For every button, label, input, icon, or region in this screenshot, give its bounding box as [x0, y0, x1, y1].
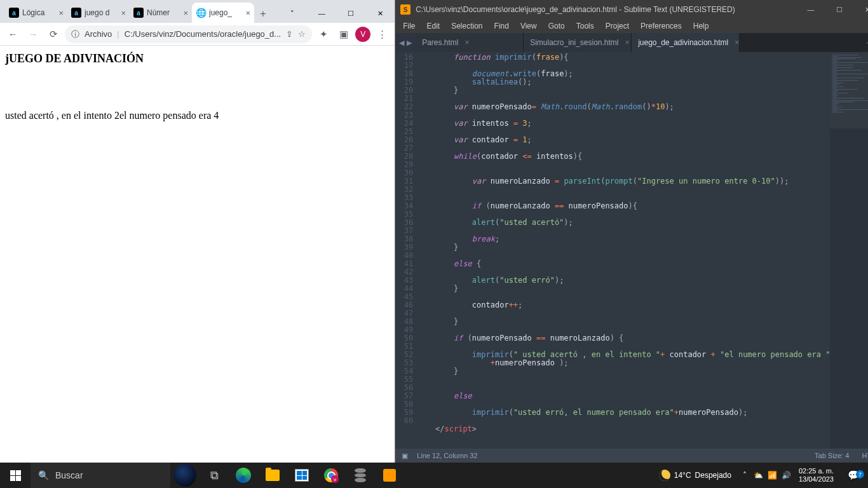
- store-icon: [295, 469, 309, 482]
- reload-button[interactable]: ⟳: [44, 25, 62, 43]
- edge-button[interactable]: [229, 463, 258, 488]
- explorer-button[interactable]: [258, 463, 287, 488]
- database-icon: [355, 468, 366, 482]
- close-icon[interactable]: ×: [625, 38, 630, 47]
- search-icon: 🔍: [38, 470, 49, 480]
- system-tray: 14°C Despejado ˄ ⛅ 📶 🔊 02:25 a. m. 13/04…: [653, 463, 868, 488]
- start-button[interactable]: [0, 463, 31, 488]
- url-prefix: Archivo: [85, 29, 112, 39]
- menu-view[interactable]: View: [515, 20, 542, 32]
- new-tab-button[interactable]: +: [254, 5, 272, 23]
- minimap[interactable]: [830, 52, 868, 449]
- tab-next-icon[interactable]: ▶: [407, 39, 412, 47]
- close-button[interactable]: ✕: [365, 4, 395, 23]
- side-panel-button[interactable]: ▣: [335, 25, 353, 43]
- file-tab-juego[interactable]: juego_de_adivinacion.html×: [632, 33, 740, 52]
- page-text: usted acertó , en el intento 2el numero …: [5, 110, 390, 121]
- favicon-a-icon: a: [133, 8, 144, 18]
- status-cursor: Line 12, Column 32: [417, 452, 477, 459]
- sublime-tabbar: ◀ ▶ Pares.html× Simulacro_ini_sesion.htm…: [395, 33, 868, 52]
- avatar[interactable]: V: [355, 27, 370, 42]
- menu-button[interactable]: ⋮: [373, 25, 391, 43]
- tab-title: Númer: [147, 8, 180, 17]
- file-tab-simulacro[interactable]: Simulacro_ini_sesion.html×: [524, 33, 632, 52]
- page-title: jUEGO DE ADIVINACIÓN: [5, 52, 390, 65]
- chrome-button[interactable]: v: [316, 463, 346, 488]
- close-button[interactable]: ✕: [853, 0, 868, 19]
- menu-edit[interactable]: Edit: [421, 20, 445, 32]
- weather-widget[interactable]: 14°C Despejado: [653, 470, 738, 481]
- minimize-button[interactable]: —: [796, 0, 825, 19]
- chrome-titlebar: aLógica× ajuego d× aNúmer× 🌐juego_× + ˅ …: [0, 0, 395, 23]
- search-box[interactable]: 🔍Buscar: [31, 463, 170, 488]
- menu-project[interactable]: Project: [600, 20, 634, 32]
- date: 13/04/2023: [799, 475, 834, 484]
- chrome-tab-1[interactable]: ajuego d×: [67, 3, 130, 23]
- close-icon[interactable]: ×: [735, 38, 739, 47]
- sublime-titlebar: S C:\Users\vinz\Documents\oracle\juego_d…: [395, 0, 868, 19]
- tab-prev-icon[interactable]: ◀: [399, 39, 404, 47]
- close-icon[interactable]: ×: [121, 8, 126, 18]
- edge-icon: [236, 468, 251, 483]
- menu-preferences[interactable]: Preferences: [635, 20, 687, 32]
- info-icon: ⓘ: [71, 29, 79, 40]
- chrome-tab-2[interactable]: aNúmer×: [130, 3, 192, 23]
- close-icon[interactable]: ×: [58, 8, 64, 18]
- volume-icon[interactable]: 🔊: [780, 471, 794, 480]
- panel-switcher-icon[interactable]: ▣: [402, 452, 408, 460]
- editor[interactable]: 16 17 18 19 20 21 22 23 24 25 26 27 28 2…: [395, 52, 868, 449]
- chrome-tab-0[interactable]: aLógica×: [5, 3, 67, 23]
- menu-file[interactable]: File: [398, 20, 420, 32]
- close-icon[interactable]: ×: [183, 8, 188, 18]
- windows-icon: [10, 470, 21, 481]
- chrome-icon: v: [324, 468, 338, 482]
- menu-find[interactable]: Find: [489, 20, 514, 32]
- minimize-button[interactable]: —: [307, 4, 336, 23]
- weather-temp: 14°C: [674, 471, 691, 480]
- db-button[interactable]: [346, 463, 375, 488]
- star-icon[interactable]: ☆: [298, 29, 306, 39]
- code-area[interactable]: function imprimir(frase){ document.write…: [417, 52, 830, 449]
- maximize-button[interactable]: ☐: [336, 4, 365, 23]
- tab-label: juego_de_adivinacion.html: [638, 38, 728, 47]
- back-button[interactable]: ←: [4, 25, 22, 43]
- taskbar: 🔍Buscar ⧉ v 14°C Despejado ˄ ⛅ 📶 🔊 02:25…: [0, 463, 868, 488]
- sublime-logo-icon: S: [400, 4, 410, 15]
- share-icon[interactable]: ⇪: [286, 29, 293, 39]
- chrome-tabs: aLógica× ajuego d× aNúmer× 🌐juego_× +: [0, 1, 272, 23]
- tab-label: Pares.html: [422, 38, 458, 47]
- forward-button[interactable]: →: [24, 25, 42, 43]
- extensions-button[interactable]: ✦: [315, 25, 332, 43]
- menu-tools[interactable]: Tools: [571, 20, 599, 32]
- close-icon[interactable]: ×: [465, 38, 470, 47]
- chevron-down-icon[interactable]: ˅: [278, 4, 307, 23]
- onedrive-icon[interactable]: ⛅: [752, 471, 766, 480]
- file-tab-pares[interactable]: Pares.html×: [416, 33, 524, 52]
- chrome-tab-3[interactable]: 🌐juego_×: [192, 3, 254, 23]
- menu-help[interactable]: Help: [688, 20, 714, 32]
- maximize-button[interactable]: ☐: [825, 0, 853, 19]
- wifi-icon[interactable]: 📶: [766, 471, 780, 480]
- tray-overflow-icon[interactable]: ˄: [738, 471, 752, 480]
- task-view-button[interactable]: ⧉: [200, 463, 229, 488]
- favicon-a-icon: a: [71, 8, 81, 18]
- sublime-button[interactable]: [375, 463, 404, 488]
- moon-icon: [659, 470, 670, 481]
- menu-goto[interactable]: Goto: [543, 20, 570, 32]
- address-bar[interactable]: ⓘ Archivo | C:/Users/vinz/Documents/orac…: [65, 25, 312, 43]
- tab-label: Simulacro_ini_sesion.html: [530, 38, 618, 47]
- weather-cond: Despejado: [695, 471, 731, 480]
- status-tabsize[interactable]: Tab Size: 4: [815, 452, 849, 459]
- menu-selection[interactable]: Selection: [446, 20, 487, 32]
- close-icon[interactable]: ×: [245, 8, 250, 18]
- url-sep: |: [117, 29, 119, 39]
- clock[interactable]: 02:25 a. m. 13/04/2023: [794, 467, 839, 484]
- notifications-button[interactable]: 💬7: [839, 470, 868, 481]
- search-placeholder: Buscar: [55, 470, 83, 480]
- window-controls: ˅ — ☐ ✕: [278, 4, 395, 23]
- status-syntax[interactable]: HTML: [862, 452, 868, 459]
- globe-icon: 🌐: [196, 8, 206, 18]
- tab-title: Lógica: [22, 8, 55, 17]
- cortana-button[interactable]: [170, 463, 200, 488]
- store-button[interactable]: [287, 463, 316, 488]
